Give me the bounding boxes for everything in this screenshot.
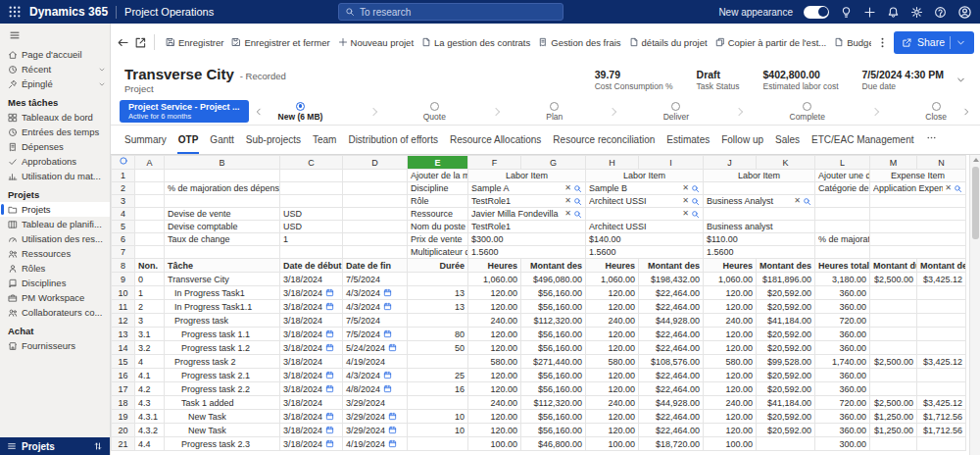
global-search[interactable]: To research xyxy=(338,3,564,21)
wbs-task-row[interactable]: 123Progress task3/18/20247/5/2024240.00$… xyxy=(112,314,966,328)
row-header-6[interactable]: 6 xyxy=(112,233,135,246)
start-date[interactable]: 3/18/2024 xyxy=(280,369,343,382)
bpf-stage-quote[interactable]: Quote xyxy=(423,102,446,122)
grid-cell[interactable] xyxy=(165,195,280,208)
wbs-task-row[interactable]: 194.3.1New Task3/18/20243/29/202410120.0… xyxy=(112,410,966,424)
budget-button[interactable]: Budget xyxy=(830,34,871,51)
sidebar-item-approbations[interactable]: Approbations xyxy=(0,154,110,169)
row-header-9[interactable]: 9 xyxy=(112,273,135,286)
clear-value-icon[interactable]: ✕ xyxy=(564,184,571,192)
tab-summary[interactable]: Summary xyxy=(123,134,168,154)
row-header-11[interactable]: 11 xyxy=(112,300,135,314)
row-header-4[interactable]: 4 xyxy=(112,208,135,221)
duration[interactable]: 13 xyxy=(408,300,468,314)
enregistrer-button[interactable]: Enregistrer xyxy=(162,34,227,51)
sidebar-item-pingl[interactable]: Épinglé xyxy=(0,76,110,91)
grid-cell[interactable] xyxy=(165,170,280,182)
clear-value-icon[interactable]: ✕ xyxy=(794,197,801,205)
end-date[interactable]: 4/8/2024 xyxy=(343,382,408,396)
area-switcher[interactable]: Projets xyxy=(0,437,110,455)
bpf-stage-new-6-mb[interactable]: New (6 MB) xyxy=(278,102,323,122)
bpf-stage-plan[interactable]: Plan xyxy=(546,102,563,122)
add-icon[interactable] xyxy=(863,6,876,19)
column-header-i[interactable]: I xyxy=(639,156,704,170)
end-date[interactable]: 7/5/2024 xyxy=(343,314,408,328)
row-header-2[interactable]: 2 xyxy=(112,182,135,195)
clear-value-icon[interactable]: ✕ xyxy=(564,197,571,205)
grid-cell[interactable]: 1.5600 xyxy=(704,246,815,259)
clear-value-icon[interactable]: ✕ xyxy=(682,210,689,218)
tab-distribution-of-efforts[interactable]: Distribution of efforts xyxy=(347,134,439,154)
duration[interactable]: 13 xyxy=(408,286,468,300)
task-name[interactable]: Progress task xyxy=(165,314,280,328)
popout-icon[interactable] xyxy=(134,36,147,49)
d-tails-du-projet-button[interactable]: détails du projet xyxy=(625,34,711,51)
grid-cell[interactable]: TestRole1 xyxy=(468,221,586,233)
setup-cell[interactable]: Ressource xyxy=(408,208,468,221)
task-name[interactable]: Progress task 2.1 xyxy=(165,369,280,382)
setup-cell[interactable]: Ajouter une dépe xyxy=(815,170,870,182)
setup-cell[interactable]: % de majoration xyxy=(815,233,870,246)
tab-team[interactable]: Team xyxy=(312,134,337,154)
grid-cell[interactable] xyxy=(135,170,165,182)
wbs-task-row[interactable]: 214.4Progress task 2.33/18/20244/19/2024… xyxy=(112,437,966,451)
sidebar-item-r-les[interactable]: Rôles xyxy=(0,261,110,276)
sidebar-item-projets[interactable]: Projets xyxy=(0,202,110,217)
tab-gantt[interactable]: Gantt xyxy=(209,134,234,154)
calendar-icon[interactable] xyxy=(383,302,392,311)
app-name[interactable]: Project Operations xyxy=(124,6,214,18)
grid-cell[interactable] xyxy=(704,182,815,195)
grid-cell[interactable] xyxy=(165,246,280,259)
calendar-icon[interactable] xyxy=(383,384,392,393)
grid-cell[interactable] xyxy=(815,246,870,259)
task-name[interactable]: Progress task 1.1 xyxy=(165,328,280,341)
grid-cell[interactable]: 1 xyxy=(280,233,343,246)
task-name[interactable]: Progress task 1.2 xyxy=(165,341,280,355)
clear-value-icon[interactable]: ✕ xyxy=(682,197,689,205)
duration[interactable] xyxy=(408,396,468,410)
new-appearance-toggle[interactable] xyxy=(804,6,829,19)
duration[interactable] xyxy=(408,314,468,328)
row-header-17[interactable]: 17 xyxy=(112,382,135,396)
start-date[interactable]: 3/18/2024 xyxy=(280,355,343,369)
wbs-task-row[interactable]: 154Progress task 23/18/20244/19/2024580.… xyxy=(112,355,966,369)
sidebar-item-tableau-de-planifi[interactable]: Tableau de planifi... xyxy=(0,217,110,231)
setup-cell[interactable]: Catégorie de xyxy=(815,182,870,195)
wbs-task-row[interactable]: 164.1Progress task 2.13/18/20244/3/20242… xyxy=(112,369,966,382)
grid-cell[interactable] xyxy=(280,246,343,259)
tab-estimates[interactable]: Estimates xyxy=(665,134,710,154)
grid-cell[interactable] xyxy=(135,182,165,195)
row-header-15[interactable]: 15 xyxy=(112,355,135,369)
clear-value-icon[interactable]: ✕ xyxy=(945,184,952,192)
column-header-c[interactable]: C xyxy=(280,156,343,170)
duration[interactable]: 10 xyxy=(408,410,468,424)
bpf-scroll-left-icon[interactable] xyxy=(254,107,264,117)
calendar-icon[interactable] xyxy=(325,343,334,352)
grid-cell[interactable] xyxy=(343,170,408,182)
row-header-8[interactable]: 8 xyxy=(112,259,135,273)
start-date[interactable]: 3/18/2024 xyxy=(280,286,343,300)
sidebar-item-ressources[interactable]: Ressources xyxy=(0,246,110,261)
row-header-5[interactable]: 5 xyxy=(112,221,135,233)
wbs-task-row[interactable]: 90Transverse City3/18/20247/5/20241,060.… xyxy=(112,273,966,286)
setup-cell[interactable]: Devise de vente xyxy=(165,208,280,221)
grid-cell[interactable] xyxy=(135,208,165,221)
duration[interactable]: 16 xyxy=(408,382,468,396)
grid-cell[interactable] xyxy=(343,182,408,195)
row-header-14[interactable]: 14 xyxy=(112,341,135,355)
sidebar-item-pm-workspace[interactable]: PM Workspace xyxy=(0,290,110,305)
wbs-task-row[interactable]: 143.2Progress task 1.23/18/20245/24/2024… xyxy=(112,341,966,355)
task-name[interactable]: Task 1 added xyxy=(165,396,280,410)
calendar-icon[interactable] xyxy=(388,412,397,421)
bpf-stage-close[interactable]: Close xyxy=(925,102,947,122)
scrollbar-thumb[interactable] xyxy=(972,167,979,239)
column-header-m[interactable]: M xyxy=(870,156,917,170)
setup-cell[interactable]: Rôle xyxy=(408,195,468,208)
calendar-icon[interactable] xyxy=(325,288,334,297)
grid-cell[interactable] xyxy=(704,208,815,221)
end-date[interactable]: 4/3/2024 xyxy=(343,369,408,382)
calendar-icon[interactable] xyxy=(325,371,334,379)
calendar-icon[interactable] xyxy=(388,439,397,448)
settings-icon[interactable] xyxy=(910,6,923,19)
grid-cell[interactable] xyxy=(135,246,165,259)
